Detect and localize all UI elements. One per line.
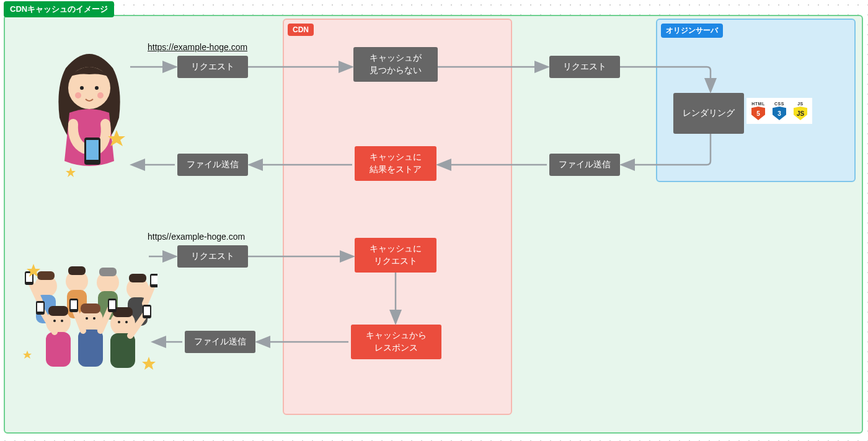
url-label-first: https://example-hoge.com <box>148 42 247 52</box>
user-single-illustration <box>41 43 138 177</box>
file-send-node-cdn-1: ファイル送信 <box>177 154 248 176</box>
svg-rect-14 <box>99 268 117 276</box>
svg-point-49 <box>118 321 120 323</box>
css3-icon: CSS 3 <box>771 102 787 120</box>
svg-point-45 <box>53 320 56 322</box>
svg-point-47 <box>86 317 88 320</box>
svg-rect-6 <box>86 140 99 160</box>
svg-point-50 <box>125 321 128 323</box>
cache-response-node: キャッシュから レスポンス <box>351 325 441 359</box>
svg-rect-22 <box>48 306 68 316</box>
svg-marker-43 <box>142 357 156 370</box>
svg-rect-12 <box>68 266 86 275</box>
svg-point-3 <box>75 92 81 98</box>
diagram-title-pill: CDNキャッシュのイメージ <box>4 1 114 17</box>
svg-point-1 <box>80 86 84 90</box>
svg-point-4 <box>97 92 104 98</box>
svg-rect-24 <box>81 303 100 313</box>
svg-point-48 <box>93 317 95 320</box>
tech-badges: HTML 5 CSS 3 JS JS <box>746 98 812 124</box>
svg-point-2 <box>95 86 99 90</box>
cdn-region-label: CDN <box>288 24 314 36</box>
file-send-node-cdn-2: ファイル送信 <box>185 331 255 353</box>
url-label-second: https//example-hoge.com <box>148 232 245 242</box>
rendering-node: レンダリング <box>673 93 744 134</box>
cache-store-node: キャッシュに 結果をストア <box>355 146 436 181</box>
request-node-2: リクエスト <box>549 56 620 78</box>
svg-rect-37 <box>151 276 157 284</box>
cache-request-node: キャッシュに リクエスト <box>355 238 436 273</box>
diagram-canvas: CDNキャッシュのイメージ CDN オリジンサーバ <box>0 0 868 441</box>
svg-point-46 <box>61 320 63 322</box>
svg-rect-16 <box>129 274 146 282</box>
user-crowd-illustration <box>21 258 157 382</box>
request-node-1: リクエスト <box>177 56 248 78</box>
html5-icon: HTML 5 <box>750 102 766 120</box>
file-send-node-origin: ファイル送信 <box>549 154 620 176</box>
origin-region-label: オリジンサーバ <box>661 24 723 38</box>
svg-marker-8 <box>66 167 76 177</box>
js-icon: JS JS <box>792 102 808 120</box>
svg-rect-27 <box>46 332 71 367</box>
request-node-3: リクエスト <box>177 245 248 268</box>
svg-rect-39 <box>144 307 150 315</box>
svg-rect-38 <box>37 303 43 312</box>
svg-rect-28 <box>78 330 103 367</box>
cache-miss-node: キャッシュが 見つからない <box>353 47 438 82</box>
svg-marker-44 <box>23 351 32 359</box>
svg-rect-41 <box>109 300 115 309</box>
svg-rect-10 <box>37 271 55 280</box>
svg-rect-40 <box>71 300 77 309</box>
